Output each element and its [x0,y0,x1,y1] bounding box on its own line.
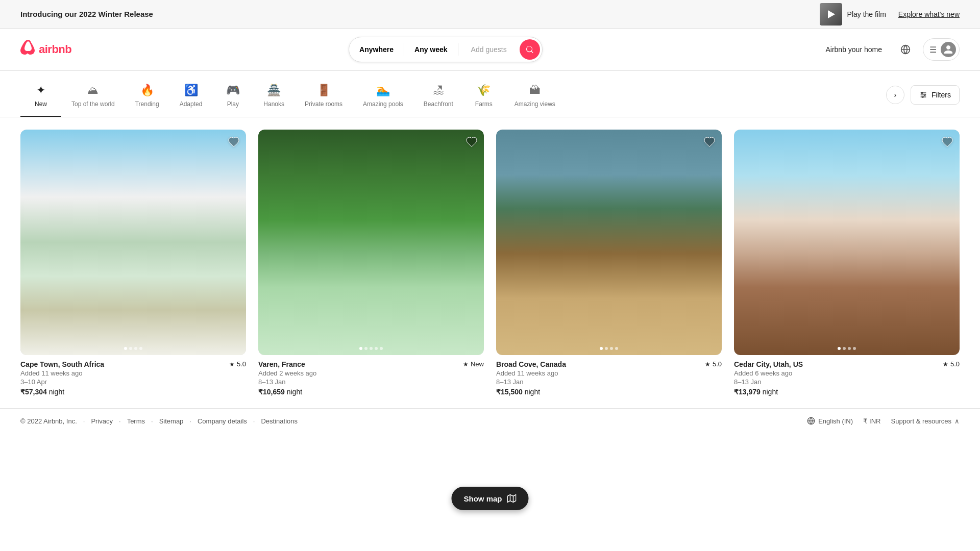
category-item-farms[interactable]: 🌾 Farms [463,79,504,117]
explore-new-link[interactable]: Explore what's new [898,10,960,18]
listing-card-varen[interactable]: Varen, France Added 2 weeks ago 8–13 Jan… [258,130,484,396]
search-when[interactable]: Any week [404,40,458,59]
footer: © 2022 Airbnb, Inc. · Privacy · Terms · … [0,408,980,433]
category-item-beachfront[interactable]: 🏖 Beachfront [413,79,463,117]
category-items: ✦ New ⛰ Top of the world 🔥 Trending ♿ Ad… [20,79,882,117]
listing-added: Added 6 weeks ago [734,369,803,377]
filters-label: Filters [932,91,951,99]
category-label-beachfront: Beachfront [424,101,453,108]
footer-left: © 2022 Airbnb, Inc. · Privacy · Terms · … [20,417,298,425]
search-guests[interactable]: Add guests [458,40,520,59]
footer-company[interactable]: Company details [198,417,247,425]
search-where[interactable]: Anywhere [349,40,404,59]
currency-symbol: ₹ [863,417,867,425]
image-dots [124,347,142,350]
rating-value: 5.0 [713,360,722,368]
category-item-new[interactable]: ✦ New [20,79,61,117]
filters-icon [919,91,927,99]
avatar [941,42,956,57]
listing-details: Cape Town, South Africa Added 11 weeks a… [20,360,104,396]
banner-actions: Play the film Explore what's new [820,3,960,26]
image-dots [600,347,618,350]
image-dots [359,347,383,350]
currency-selector[interactable]: ₹ INR [863,417,880,425]
listing-details: Broad Cove, Canada Added 11 weeks ago 8–… [496,360,566,396]
listing-details: Cedar City, Utah, US Added 6 weeks ago 8… [734,360,803,396]
user-menu[interactable]: ☰ [923,38,960,61]
heart-icon [228,136,240,148]
heart-icon [941,136,953,148]
footer-sitemap[interactable]: Sitemap [159,417,184,425]
listing-card-broad-cove[interactable]: Broad Cove, Canada Added 11 weeks ago 8–… [496,130,722,396]
category-icon-amazing-views: 🏔 [529,83,541,97]
play-film-link[interactable]: Play the film [820,3,886,26]
category-label-amazing-views: Amazing views [514,101,555,108]
new-badge: ★ New [463,360,484,368]
search-button[interactable] [520,39,540,60]
listing-image [734,130,960,355]
listings-grid: Cape Town, South Africa Added 11 weeks a… [20,130,960,396]
category-nav: ✦ New ⛰ Top of the world 🔥 Trending ♿ Ad… [0,71,980,117]
dot [370,347,373,350]
footer-privacy[interactable]: Privacy [91,417,113,425]
dot [853,347,856,350]
listing-card-cedar-city[interactable]: Cedar City, Utah, US Added 6 weeks ago 8… [734,130,960,396]
category-label-hanoks: Hanoks [263,101,284,108]
dot [124,347,127,350]
category-icon-farms: 🌾 [477,83,491,97]
category-item-trending[interactable]: 🔥 Trending [125,79,169,117]
category-item-top-of-world[interactable]: ⛰ Top of the world [61,79,125,117]
category-label-farms: Farms [475,101,493,108]
category-item-amazing-views[interactable]: 🏔 Amazing views [504,79,566,117]
listing-info: Broad Cove, Canada Added 11 weeks ago 8–… [496,360,722,396]
dot [380,347,383,350]
wishlist-button[interactable] [703,136,716,149]
host-link[interactable]: Airbnb your home [819,41,888,58]
category-label-amazing-pools: Amazing pools [363,101,403,108]
dot [129,347,132,350]
category-icon-private-rooms: 🚪 [317,83,331,97]
category-item-private-rooms[interactable]: 🚪 Private rooms [295,79,353,117]
footer-right: English (IN) ₹ INR Support & resources ∧ [807,417,960,425]
dot [600,347,603,350]
listing-rating: ★ 5.0 [229,360,246,368]
category-icon-adapted: ♿ [184,83,198,97]
category-item-hanoks[interactable]: 🏯 Hanoks [253,79,295,117]
language-selector[interactable]: English (IN) [807,417,853,425]
listing-added: Added 11 weeks ago [20,369,104,377]
category-icon-new: ✦ [36,83,45,97]
dot [848,347,851,350]
category-next-arrow[interactable]: › [886,86,904,104]
listing-image [20,130,246,355]
hamburger-icon: ☰ [929,45,937,55]
banner-title: Introducing our 2022 Winter Release [20,10,153,18]
category-item-play[interactable]: 🎮 Play [212,79,253,117]
listing-image-wrap [734,130,960,355]
footer-language: English (IN) [818,417,853,425]
wishlist-button[interactable] [465,136,478,149]
category-item-amazing-pools[interactable]: 🏊 Amazing pools [353,79,413,117]
language-button[interactable] [896,40,915,59]
footer-terms[interactable]: Terms [127,417,145,425]
listing-card-cape-town[interactable]: Cape Town, South Africa Added 11 weeks a… [20,130,246,396]
listing-details: Varen, France Added 2 weeks ago 8–13 Jan… [258,360,316,396]
listing-location: Broad Cove, Canada [496,360,566,368]
listing-price: ₹15,500 night [496,388,566,396]
listing-location: Cedar City, Utah, US [734,360,803,368]
wishlist-button[interactable] [228,136,240,149]
category-item-adapted[interactable]: ♿ Adapted [169,79,213,117]
support-resources[interactable]: Support & resources ∧ [891,417,960,425]
dot [843,347,846,350]
category-icon-beachfront: 🏖 [433,83,444,97]
category-icon-trending: 🔥 [140,83,154,97]
listing-added: Added 2 weeks ago [258,369,316,377]
listing-price: ₹13,979 night [734,388,803,396]
dot [134,347,137,350]
category-label-private-rooms: Private rooms [305,101,342,108]
wishlist-button[interactable] [941,136,953,149]
search-bar: Anywhere Any week Add guests [349,37,543,62]
filters-button[interactable]: Filters [911,85,960,105]
listing-info: Varen, France Added 2 weeks ago 8–13 Jan… [258,360,484,396]
logo[interactable]: airbnb [20,40,71,60]
footer-destinations[interactable]: Destinations [261,417,298,425]
